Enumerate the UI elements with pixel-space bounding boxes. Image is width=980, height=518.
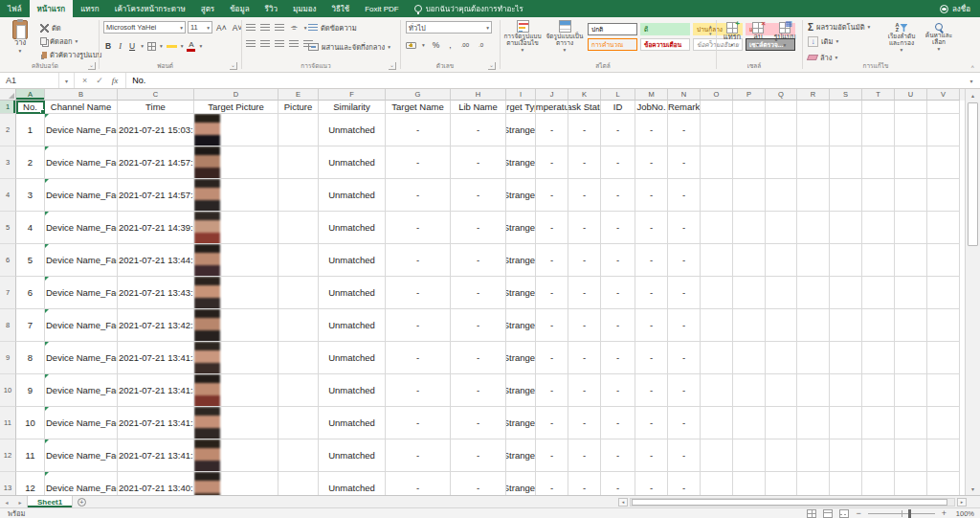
cell-M11[interactable]: - xyxy=(635,407,668,439)
cell-R7[interactable] xyxy=(797,277,830,309)
column-header-Q[interactable]: Q xyxy=(766,89,797,101)
cell-H11[interactable]: - xyxy=(451,407,506,439)
cell-T12[interactable] xyxy=(862,439,895,472)
cell-G13[interactable]: - xyxy=(386,472,451,495)
cancel-icon[interactable]: × xyxy=(82,76,87,85)
column-header-A[interactable]: A xyxy=(16,89,45,101)
bold-button[interactable]: B xyxy=(103,41,113,51)
cell-H13[interactable]: - xyxy=(451,472,506,495)
cell-Q8[interactable] xyxy=(766,309,797,342)
cell-G1[interactable]: Target Name xyxy=(386,101,451,114)
cell-I7[interactable]: Stranger xyxy=(506,277,536,309)
cell-J12[interactable]: - xyxy=(536,439,568,472)
cell-V6[interactable] xyxy=(927,244,960,277)
new-sheet-button[interactable]: + xyxy=(73,496,90,507)
cell-O10[interactable] xyxy=(701,374,733,407)
column-header-G[interactable]: G xyxy=(386,89,451,101)
ribbon-tab[interactable]: มุมมอง xyxy=(285,0,324,17)
format-as-table-button[interactable]: จัดรูปแบบเป็นตาราง▾ xyxy=(546,20,584,53)
cell-H10[interactable]: - xyxy=(451,374,506,407)
cell-S6[interactable] xyxy=(830,244,862,277)
cell-V13[interactable] xyxy=(927,472,960,495)
font-size-select[interactable]: 11▾ xyxy=(188,21,212,34)
cell-G12[interactable]: - xyxy=(386,439,451,472)
sort-filter-button[interactable]: AZ เรียงลำดับและกรอง▾ xyxy=(882,23,921,53)
cell-Q1[interactable] xyxy=(766,101,797,114)
zoom-slider-thumb[interactable] xyxy=(908,509,911,518)
cell-M13[interactable]: - xyxy=(635,472,668,495)
format-painter-button[interactable]: ตัวคัดวางรูปแบบ xyxy=(38,48,103,61)
cell-U5[interactable] xyxy=(895,212,927,244)
scroll-left-arrow[interactable]: ◂ xyxy=(618,498,628,507)
font-dialog-launcher[interactable]: ⌄ xyxy=(230,62,237,70)
cell-O8[interactable] xyxy=(701,309,733,342)
row-header-11[interactable]: 11 xyxy=(0,407,16,439)
cell-I8[interactable]: Stranger xyxy=(506,309,536,342)
column-header-J[interactable]: J xyxy=(536,89,568,101)
cell-D2[interactable] xyxy=(194,114,278,146)
cell-style-chip[interactable]: ดี xyxy=(640,23,690,35)
cell-L1[interactable]: ID xyxy=(601,101,635,114)
cell-H8[interactable]: - xyxy=(451,309,506,342)
cell-M8[interactable]: - xyxy=(635,309,668,342)
cell-E11[interactable] xyxy=(278,407,319,439)
cell-D11[interactable] xyxy=(194,407,278,439)
formula-input[interactable]: No. xyxy=(126,73,963,88)
cell-V12[interactable] xyxy=(927,439,960,472)
cell-N9[interactable]: - xyxy=(668,342,701,374)
cell-C13[interactable]: 2021-07-21 13:40:19 xyxy=(118,472,194,495)
decrease-indent-button[interactable] xyxy=(289,40,299,48)
cell-I11[interactable]: Stranger xyxy=(506,407,536,439)
cell-R10[interactable] xyxy=(797,374,830,407)
cell-O11[interactable] xyxy=(701,407,733,439)
row-header-12[interactable]: 12 xyxy=(0,439,16,472)
cell-V3[interactable] xyxy=(927,146,960,179)
column-header-O[interactable]: O xyxy=(701,89,733,101)
cell-D5[interactable] xyxy=(194,212,278,244)
cell-G5[interactable]: - xyxy=(386,212,451,244)
cell-E5[interactable] xyxy=(278,212,319,244)
cell-D12[interactable] xyxy=(194,439,278,472)
cell-N12[interactable]: - xyxy=(668,439,701,472)
cell-N8[interactable]: - xyxy=(668,309,701,342)
cell-K3[interactable]: - xyxy=(568,146,601,179)
cell-G8[interactable]: - xyxy=(386,309,451,342)
cell-style-chip[interactable]: การคำนวณ xyxy=(588,38,637,51)
comma-button[interactable]: , xyxy=(447,40,453,50)
autosum-button[interactable]: Σผลรวมอัตโนมัติ▾ xyxy=(806,20,872,34)
cell-H7[interactable]: - xyxy=(451,277,506,309)
font-color-button[interactable]: A xyxy=(187,40,195,52)
row-header-7[interactable]: 7 xyxy=(0,277,16,309)
column-header-F[interactable]: F xyxy=(319,89,386,101)
cell-Q5[interactable] xyxy=(766,212,797,244)
sheet-tab-sheet1[interactable]: Sheet1 xyxy=(27,496,73,507)
cell-L6[interactable]: - xyxy=(601,244,635,277)
wrap-text-button[interactable]: ตัดข้อความ xyxy=(306,21,359,34)
tell-me-box[interactable]: บอกฉันว่าคุณต้องการทำอะไร xyxy=(407,0,531,17)
prev-sheet-arrow[interactable]: ◂ xyxy=(0,496,13,507)
cell-R6[interactable] xyxy=(797,244,830,277)
cell-O1[interactable] xyxy=(701,101,733,114)
cell-K11[interactable]: - xyxy=(568,407,601,439)
cell-H4[interactable]: - xyxy=(451,179,506,212)
cell-F12[interactable]: Unmatched xyxy=(319,439,386,472)
name-box[interactable]: A1 xyxy=(0,73,59,88)
cell-Q11[interactable] xyxy=(766,407,797,439)
cell-T7[interactable] xyxy=(862,277,895,309)
cell-D8[interactable] xyxy=(194,309,278,342)
cell-T3[interactable] xyxy=(862,146,895,179)
cell-S13[interactable] xyxy=(830,472,862,495)
cell-L10[interactable]: - xyxy=(601,374,635,407)
row-header-2[interactable]: 2 xyxy=(0,114,16,146)
cell-F13[interactable]: Unmatched xyxy=(319,472,386,495)
cell-D6[interactable] xyxy=(194,244,278,277)
gallery-scroll-down[interactable]: ▾ xyxy=(709,31,712,36)
cell-N3[interactable]: - xyxy=(668,146,701,179)
cell-P3[interactable] xyxy=(733,146,766,179)
cell-L9[interactable]: - xyxy=(601,342,635,374)
enter-icon[interactable]: ✓ xyxy=(96,76,103,85)
cell-S1[interactable] xyxy=(830,101,862,114)
cell-K8[interactable]: - xyxy=(568,309,601,342)
cell-E12[interactable] xyxy=(278,439,319,472)
cell-A9[interactable]: 8 xyxy=(16,342,45,374)
